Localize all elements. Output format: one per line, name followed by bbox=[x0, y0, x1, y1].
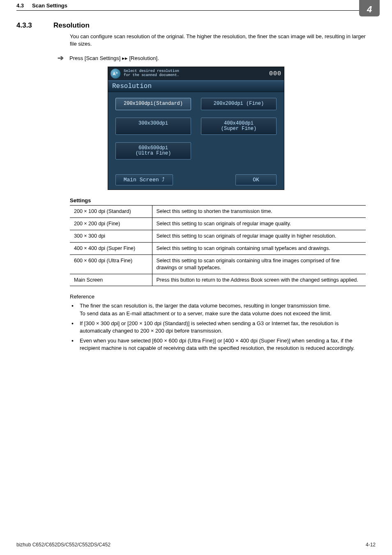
screenshot-body: 200x100dpi(Standard) 200x200dpi (Fine) 3… bbox=[108, 92, 284, 171]
setting-label: 400 × 400 dpi (Super Fine) bbox=[70, 242, 152, 254]
section-heading: 4.3.3 Resolution bbox=[16, 21, 376, 30]
section-intro: You can configure scan resolution of the… bbox=[70, 33, 367, 48]
footer-model: bizhub C652/C652DS/C552/C552DS/C452 bbox=[16, 542, 111, 548]
settings-label: Settings bbox=[70, 197, 392, 204]
setting-desc: Press this button to return to the Addre… bbox=[152, 274, 366, 286]
list-item: Even when you have selected [600 × 600 d… bbox=[70, 337, 367, 352]
setting-desc: Select this setting to scan originals co… bbox=[152, 242, 366, 254]
table-row: 600 × 600 dpi (Ultra Fine)Select this se… bbox=[70, 254, 366, 274]
superfine-line-1: 400x400dpi bbox=[224, 120, 254, 126]
table-row: 200 × 100 dpi (Standard)Select this sett… bbox=[70, 206, 366, 218]
scan-mode-icon: Aᴬ bbox=[111, 69, 120, 79]
page-footer: bizhub C652/C652DS/C552/C552DS/C452 4-12 bbox=[16, 542, 376, 548]
prompt-line-1: Select desired resolution bbox=[124, 69, 179, 73]
page-header: 4.3 Scan Settings bbox=[16, 0, 376, 11]
ok-button[interactable]: OK bbox=[235, 174, 277, 185]
chapter-badge: 4 bbox=[359, 0, 380, 16]
setting-label: 300 × 300 dpi bbox=[70, 230, 152, 243]
list-item: If [300 × 300 dpi] or [200 × 100 dpi (St… bbox=[70, 320, 367, 335]
table-row: 300 × 300 dpiSelect this setting to scan… bbox=[70, 230, 366, 243]
step-text: Press [Scan Settings] ▸▸ [Resolution]. bbox=[69, 55, 159, 61]
table-row: Main ScreenPress this button to return t… bbox=[70, 274, 366, 286]
setting-desc: Select this setting to scan originals of… bbox=[152, 218, 366, 230]
setting-desc: Select this setting to shorten the trans… bbox=[152, 206, 366, 218]
header-section-title: Scan Settings bbox=[32, 2, 67, 9]
prompt-line-2: for the scanned document. bbox=[124, 73, 179, 77]
setting-label: 200 × 200 dpi (Fine) bbox=[70, 218, 152, 230]
setting-desc: Select this setting to scan originals of… bbox=[152, 230, 366, 243]
setting-desc: Select this setting to scan originals co… bbox=[152, 254, 366, 274]
setting-label: 600 × 600 dpi (Ultra Fine) bbox=[70, 254, 152, 274]
table-row: 400 × 400 dpi (Super Fine)Select this se… bbox=[70, 242, 366, 254]
reference-text: Even when you have selected [600 × 600 d… bbox=[80, 338, 355, 351]
reference-text: The finer the scan resolution is, the la… bbox=[80, 303, 332, 316]
list-item: The finer the scan resolution is, the la… bbox=[70, 302, 367, 317]
setting-label: Main Screen bbox=[70, 274, 152, 286]
reference-label: Reference bbox=[70, 294, 392, 300]
arrow-icon: ➔ bbox=[58, 53, 64, 62]
table-row: 200 × 200 dpi (Fine)Select this setting … bbox=[70, 218, 366, 230]
device-screenshot: Aᴬ Select desired resolution for the sca… bbox=[108, 67, 284, 190]
resolution-option-fine[interactable]: 200x200dpi (Fine) bbox=[201, 98, 277, 110]
ultrafine-line-2: (Ultra Fine) bbox=[136, 150, 171, 156]
main-screen-button[interactable]: Main Screen ⤴ bbox=[115, 174, 173, 185]
footer-page: 4-12 bbox=[366, 542, 376, 548]
resolution-option-300[interactable]: 300x300dpi bbox=[115, 118, 191, 135]
section-title: Resolution bbox=[53, 21, 90, 30]
header-section-number: 4.3 bbox=[16, 2, 24, 9]
setting-label: 200 × 100 dpi (Standard) bbox=[70, 206, 152, 218]
resolution-option-superfine[interactable]: 400x400dpi (Super Fine) bbox=[201, 118, 277, 135]
reference-list: The finer the scan resolution is, the la… bbox=[70, 302, 367, 352]
superfine-line-2: (Super Fine) bbox=[221, 126, 256, 132]
resolution-option-standard[interactable]: 200x100dpi(Standard) bbox=[115, 98, 191, 110]
screenshot-footer: Main Screen ⤴ OK bbox=[108, 171, 284, 190]
step-row: ➔ Press [Scan Settings] ▸▸ [Resolution]. bbox=[58, 53, 367, 62]
resolution-option-ultrafine[interactable]: 600x600dpi (Ultra Fine) bbox=[115, 142, 191, 160]
screenshot-title: Resolution bbox=[108, 81, 284, 92]
reference-text: If [300 × 300 dpi] or [200 × 100 dpi (St… bbox=[80, 320, 339, 334]
ultrafine-line-1: 600x600dpi bbox=[138, 145, 168, 151]
settings-table: 200 × 100 dpi (Standard)Select this sett… bbox=[70, 205, 366, 286]
screenshot-prompt: Select desired resolution for the scanne… bbox=[124, 69, 269, 78]
screenshot-topbar: Aᴬ Select desired resolution for the sca… bbox=[108, 67, 284, 81]
screenshot-counter: 000 bbox=[269, 70, 281, 77]
section-number: 4.3.3 bbox=[16, 21, 53, 30]
